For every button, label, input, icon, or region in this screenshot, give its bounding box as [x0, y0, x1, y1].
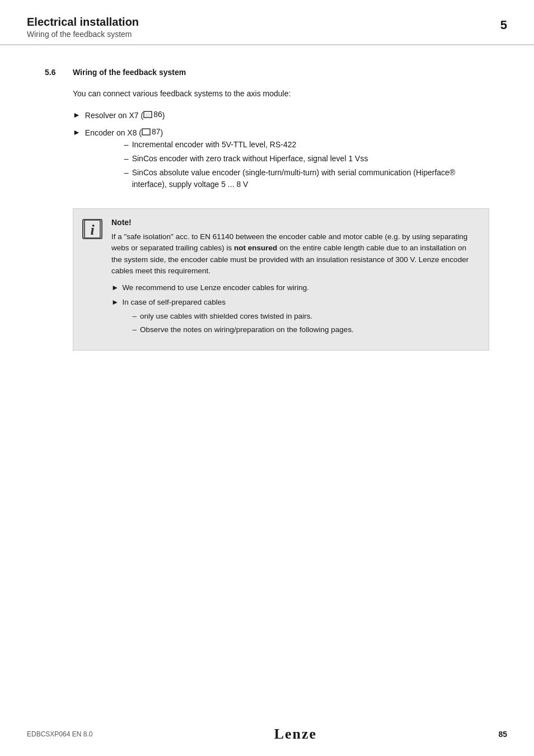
note-box: i Note! If a "safe isolation" acc. to EN…	[73, 208, 489, 351]
info-icon: i	[82, 219, 102, 239]
sub-item-2: – SinCos encoder with zero track without…	[124, 153, 489, 165]
sub-text-2: SinCos encoder with zero track without H…	[132, 153, 368, 165]
note-arrow-1: ►	[111, 282, 119, 293]
bullet-item-resolver: ► Resolver on X7 (□ 86)	[73, 109, 489, 122]
header-subtitle: Wiring of the feedback system	[27, 30, 139, 39]
encoder-sub-list: – Incremental encoder with 5V-TTL level,…	[124, 139, 489, 190]
sub-dash-2: –	[124, 153, 129, 165]
footer-page-number: 85	[498, 730, 507, 739]
not-ensured-text: not ensured	[234, 244, 277, 252]
bullet-arrow-1: ►	[73, 109, 81, 121]
svg-text:□: □	[147, 113, 149, 118]
note-bullet-1: ► We recommend to use Lenze encoder cabl…	[111, 282, 477, 293]
note-sub-dash-2: –	[132, 324, 137, 335]
page-content: 5.6 Wiring of the feedback system You ca…	[0, 45, 534, 384]
note-bullet-2-content: In case of self-prepared cables – only u…	[122, 297, 354, 338]
note-bullet-2: ► In case of self-prepared cables – only…	[111, 297, 477, 338]
section-heading: 5.6 Wiring of the feedback system	[45, 68, 489, 77]
note-sub-text-2: Observe the notes on wiring/preparation …	[140, 324, 354, 335]
sub-text-3: SinCos absolute value encoder (single-tu…	[132, 167, 489, 190]
section-title: Wiring of the feedback system	[73, 68, 186, 77]
svg-rect-2	[142, 129, 150, 135]
section-number: 5.6	[45, 68, 62, 77]
note-paragraph: If a "safe isolation" acc. to EN 61140 b…	[111, 231, 477, 277]
sub-dash-1: –	[124, 139, 129, 151]
bullet-encoder-content: Encoder on X8 ( 87) – Incremental encode…	[85, 126, 489, 195]
header-left: Electrical installation Wiring of the fe…	[27, 16, 139, 39]
footer-logo: Lenze	[274, 726, 317, 743]
note-title: Note!	[111, 218, 477, 227]
note-sub-list: – only use cables with shielded cores tw…	[132, 311, 354, 336]
bullet-arrow-2: ►	[73, 127, 81, 138]
note-bullet-text-2: In case of self-prepared cables	[122, 298, 226, 306]
note-sub-item-1: – only use cables with shielded cores tw…	[132, 311, 354, 322]
intro-paragraph: You can connect various feedback systems…	[73, 88, 489, 100]
note-content: Note! If a "safe isolation" acc. to EN 6…	[111, 218, 477, 341]
header-title: Electrical installation	[27, 16, 139, 29]
note-sub-text-1: only use cables with shielded cores twis…	[140, 311, 312, 322]
bullet-list: ► Resolver on X7 (□ 86) ► Encoder on X8 …	[73, 109, 489, 195]
sub-text-1: Incremental encoder with 5V-TTL level, R…	[132, 139, 297, 151]
bullet-item-encoder: ► Encoder on X8 ( 87) – Incremental enco…	[73, 126, 489, 195]
bullet-text-encoder: Encoder on X8 ( 87)	[85, 128, 163, 137]
bullet-text-resolver: Resolver on X7 (□ 86)	[85, 109, 165, 122]
page-footer: EDBCSXP064 EN 8.0 Lenze 85	[0, 726, 534, 743]
page-header: Electrical installation Wiring of the fe…	[0, 0, 534, 45]
header-chapter-number: 5	[500, 16, 507, 32]
sub-item-1: – Incremental encoder with 5V-TTL level,…	[124, 139, 489, 151]
sub-item-3: – SinCos absolute value encoder (single-…	[124, 167, 489, 190]
note-bullet-text-1: We recommend to use Lenze encoder cables…	[122, 282, 309, 293]
note-arrow-2: ►	[111, 297, 119, 308]
page-ref-icon-2	[142, 128, 151, 136]
footer-doc-ref: EDBCSXP064 EN 8.0	[27, 730, 92, 738]
svg-text:i: i	[90, 222, 95, 238]
page-ref-icon-1: □	[143, 111, 152, 118]
note-sub-item-2: – Observe the notes on wiring/preparatio…	[132, 324, 354, 335]
note-sub-dash-1: –	[132, 311, 137, 322]
info-icon-svg: i	[84, 220, 101, 239]
sub-dash-3: –	[124, 167, 129, 179]
